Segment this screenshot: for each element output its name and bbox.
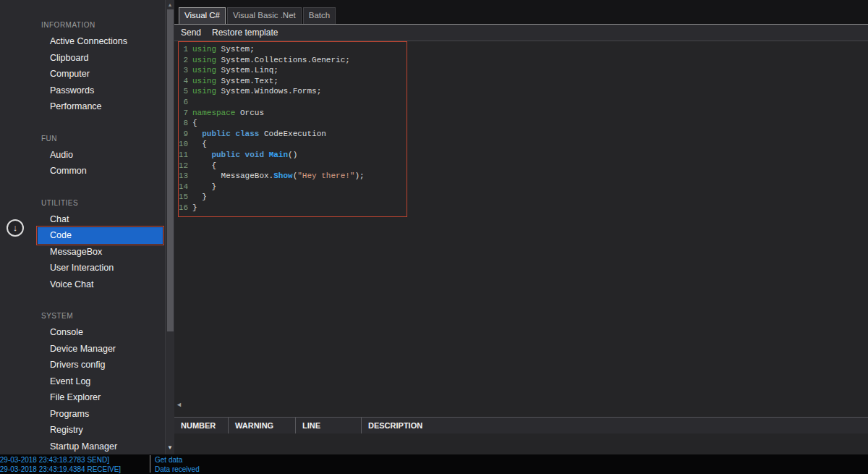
sidebar-scrollbar[interactable]: ▲ ▼: [165, 0, 174, 454]
line-number: 9: [179, 129, 188, 140]
sidebar-item-audio[interactable]: Audio: [0, 147, 165, 164]
code-line: 12 {: [179, 161, 407, 172]
code-line: 13 MessageBox.Show("Hey there!");: [179, 171, 407, 182]
restore-template-button[interactable]: Restore template: [212, 27, 278, 38]
sidebar-item-clipboard[interactable]: Clipboard: [0, 50, 165, 67]
line-number: 13: [179, 171, 188, 182]
code-text: using System.Collections.Generic;: [192, 55, 350, 66]
sidebar-item-messagebox[interactable]: MessageBox: [0, 244, 165, 261]
status-message: Get data: [148, 455, 182, 465]
sidebar-item-active-connections[interactable]: Active Connections: [0, 33, 165, 50]
sidebar-item-chat[interactable]: Chat: [0, 211, 165, 228]
line-number: 10: [179, 139, 188, 150]
issues-table-header: NUMBERWARNINGLINEDESCRIPTION: [174, 417, 868, 433]
line-number: 5: [179, 86, 188, 97]
code-line: 8{: [179, 118, 407, 129]
issues-table: NUMBERWARNINGLINEDESCRIPTION: [174, 417, 868, 454]
tab-batch[interactable]: Batch: [303, 7, 336, 24]
sidebar-item-file-explorer[interactable]: File Explorer: [0, 389, 165, 406]
sidebar-item-registry[interactable]: Registry: [0, 422, 165, 439]
code-line: 9 public class CodeExecution: [179, 129, 407, 140]
tab-visual-c[interactable]: Visual C#: [179, 7, 226, 24]
sidebar-item-console[interactable]: Console: [0, 324, 165, 341]
status-log: [29-03-2018 23:43:18.2783 SEND]Get data[…: [0, 454, 868, 474]
scrollbar-thumb[interactable]: [167, 9, 174, 331]
code-line: 2using System.Collections.Generic;: [179, 55, 407, 66]
sidebar-item-code[interactable]: Code: [38, 227, 163, 244]
code-text: using System;: [192, 44, 255, 55]
status-divider: [150, 455, 150, 473]
line-number: 4: [179, 76, 188, 87]
code-line: 5using System.Windows.Forms;: [179, 86, 407, 97]
code-text: namespace Orcus: [192, 108, 264, 119]
sidebar-section-utilities: UTILITIES: [0, 195, 165, 211]
code-text: }: [192, 203, 197, 213]
sidebar: INFORMATIONActive ConnectionsClipboardCo…: [0, 0, 165, 454]
code-text: }: [192, 192, 207, 203]
sidebar-section-system: SYSTEM: [0, 308, 165, 324]
code-line: 1using System;: [179, 44, 407, 55]
scroll-down-icon[interactable]: ▼: [166, 444, 174, 451]
code-line: 6: [179, 97, 407, 108]
code-text: {: [192, 139, 207, 150]
line-number: 3: [179, 65, 188, 76]
sidebar-item-drivers-config[interactable]: Drivers config: [0, 357, 165, 373]
sidebar-item-passwords[interactable]: Passwords: [0, 82, 165, 99]
code-line: 15 }: [179, 192, 407, 203]
code-text: using System.Windows.Forms;: [192, 86, 321, 97]
column-header-number[interactable]: NUMBER: [174, 418, 229, 433]
code-line: 11 public void Main(): [179, 150, 407, 161]
column-header-warning[interactable]: WARNING: [229, 418, 296, 433]
code-text: public void Main(): [192, 150, 297, 161]
sidebar-item-common[interactable]: Common: [0, 163, 165, 179]
scroll-down-circle-button[interactable]: ↓: [7, 219, 24, 237]
code-text: MessageBox.Show("Hey there!");: [192, 171, 365, 182]
code-line: 7namespace Orcus: [179, 108, 407, 119]
line-number: 16: [179, 203, 188, 213]
down-arrow-icon: ↓: [13, 222, 18, 233]
sidebar-item-startup-manager[interactable]: Startup Manager: [0, 439, 165, 455]
line-number: 2: [179, 55, 188, 66]
column-header-line[interactable]: LINE: [296, 418, 362, 433]
sidebar-item-computer[interactable]: Computer: [0, 66, 165, 82]
sidebar-sections: INFORMATIONActive ConnectionsClipboardCo…: [0, 0, 165, 454]
sidebar-item-performance[interactable]: Performance: [0, 98, 165, 115]
sidebar-item-event-log[interactable]: Event Log: [0, 373, 165, 390]
code-text: {: [192, 161, 216, 172]
line-number: 6: [179, 97, 188, 108]
sidebar-item-programs[interactable]: Programs: [0, 406, 165, 423]
status-entry: [29-03-2018 23:43:18.2783 SEND]: [0, 455, 148, 465]
code-line: 3using System.Linq;: [179, 65, 407, 76]
main-panel: Visual C#Visual Basic .NetBatch Send Res…: [174, 0, 868, 454]
code-text: {: [192, 118, 197, 129]
sidebar-item-user-interaction[interactable]: User Interaction: [0, 260, 165, 276]
scroll-left-icon[interactable]: ◄: [176, 401, 182, 408]
line-number: 1: [179, 44, 188, 55]
remote-admin-window: INFORMATIONActive ConnectionsClipboardCo…: [0, 0, 868, 474]
column-header-description[interactable]: DESCRIPTION: [362, 418, 868, 433]
code-box[interactable]: 1using System;2using System.Collections.…: [178, 41, 407, 217]
status-row: [29-03-2018 23:43:18.2783 SEND]Get data: [0, 455, 868, 465]
code-text: using System.Text;: [192, 76, 278, 87]
line-number: 11: [179, 150, 188, 161]
status-message: Data received: [148, 465, 200, 474]
toolbar: Send Restore template: [174, 24, 868, 41]
issues-table-body: [174, 433, 868, 454]
code-line: 16}: [179, 203, 407, 213]
language-tabs: Visual C#Visual Basic .NetBatch: [174, 0, 868, 24]
scroll-up-icon[interactable]: ▲: [166, 2, 174, 7]
line-number: 12: [179, 161, 188, 172]
sidebar-item-device-manager[interactable]: Device Manager: [0, 341, 165, 357]
sidebar-item-voice-chat[interactable]: Voice Chat: [0, 276, 165, 293]
code-text: using System.Linq;: [192, 65, 278, 76]
line-number: 7: [179, 108, 188, 119]
code-line: 10 {: [179, 139, 407, 150]
tab-visual-basic-net[interactable]: Visual Basic .Net: [227, 7, 302, 24]
send-button[interactable]: Send: [181, 27, 201, 38]
code-editor[interactable]: 1using System;2using System.Collections.…: [174, 41, 868, 417]
line-number: 14: [179, 182, 188, 192]
line-number: 15: [179, 192, 188, 203]
status-row: [29-03-2018 23:43:19.4384 RECEIVE]Data r…: [0, 465, 868, 474]
code-line: 14 }: [179, 182, 407, 192]
sidebar-section-information: INFORMATION: [0, 17, 165, 33]
